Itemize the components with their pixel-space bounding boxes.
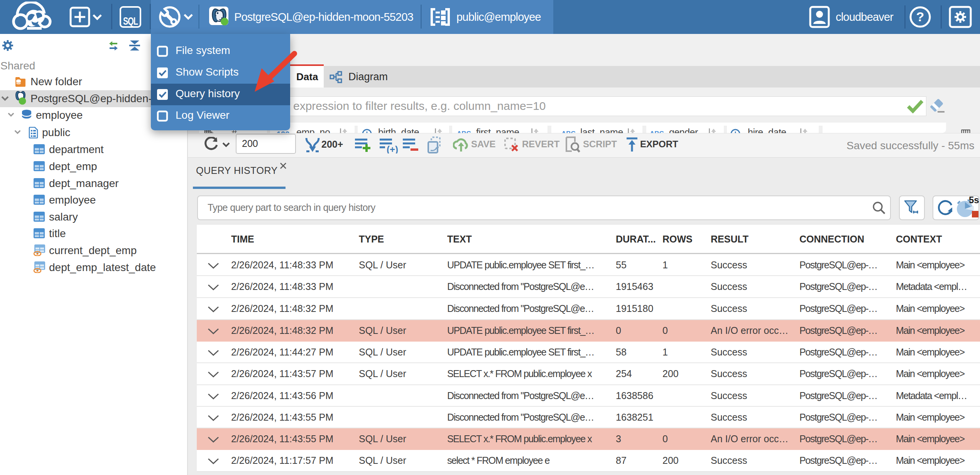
svg-text:5s: 5s bbox=[969, 197, 979, 205]
svg-text:(+): (+) bbox=[387, 144, 398, 153]
svg-text:SQL: SQL bbox=[123, 15, 138, 27]
svg-text:?: ? bbox=[916, 9, 924, 24]
